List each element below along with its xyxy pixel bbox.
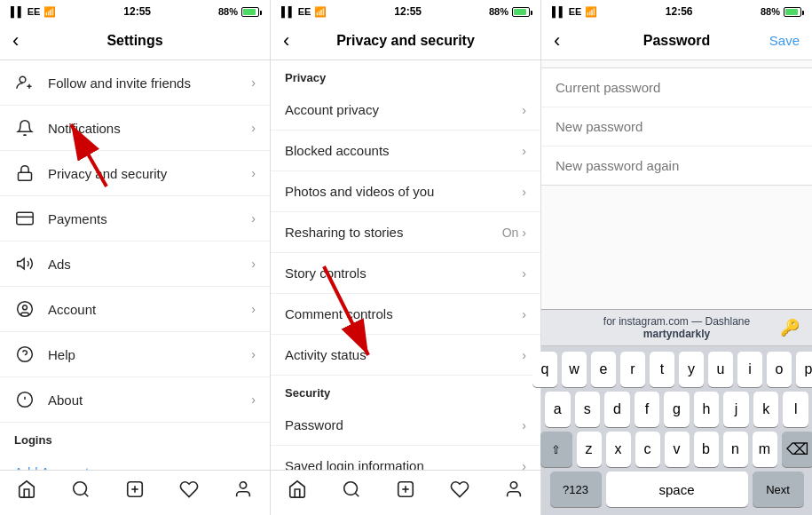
next-key[interactable]: Next	[753, 471, 804, 507]
privacy-item-photos[interactable]: Photos and videos of you ›	[271, 171, 540, 212]
key-h[interactable]: h	[694, 392, 720, 427]
key-b[interactable]: b	[694, 432, 719, 467]
key-t[interactable]: t	[650, 352, 674, 387]
password-fields	[541, 67, 812, 186]
svg-point-24	[510, 482, 516, 488]
account-privacy-label: Account privacy	[285, 102, 522, 117]
key-n[interactable]: n	[723, 432, 748, 467]
settings-item-add-account[interactable]: Add Account	[0, 452, 270, 470]
about-label: About	[48, 392, 251, 408]
blocked-label: Blocked accounts	[285, 143, 522, 158]
password-label: Password	[285, 417, 522, 432]
security-item-password[interactable]: Password ›	[271, 405, 540, 446]
nav-search-1[interactable]	[71, 479, 91, 504]
key-y[interactable]: y	[679, 352, 704, 387]
status-bar-1: ▌▌ EE 📶 12:55 88%	[0, 0, 270, 21]
time-1: 12:55	[123, 5, 151, 18]
back-button-2[interactable]: ‹	[283, 31, 289, 51]
nav-home-2[interactable]	[288, 479, 307, 504]
settings-item-account[interactable]: Account ›	[0, 287, 270, 332]
ads-icon	[14, 253, 35, 274]
key-p[interactable]: p	[796, 352, 812, 387]
svg-line-13	[84, 493, 88, 496]
logins-section-label: Logins	[0, 423, 270, 452]
new-password-again-field[interactable]	[541, 147, 812, 185]
settings-item-ads[interactable]: Ads ›	[0, 242, 270, 287]
key-g[interactable]: g	[664, 392, 690, 427]
new-password-input[interactable]	[556, 119, 798, 134]
numeric-key[interactable]: ?123	[550, 471, 602, 507]
bottom-nav-2	[271, 470, 540, 515]
photos-label: Photos and videos of you	[285, 184, 522, 199]
settings-item-notifications[interactable]: Notifications ›	[0, 106, 270, 151]
key-m[interactable]: m	[753, 432, 777, 467]
settings-item-payments[interactable]: Payments ›	[0, 196, 270, 242]
key-f[interactable]: f	[635, 392, 660, 427]
key-w[interactable]: w	[562, 352, 587, 387]
save-button[interactable]: Save	[769, 33, 800, 48]
key-k[interactable]: k	[753, 392, 779, 427]
notifications-chevron: ›	[251, 121, 256, 135]
shift-key[interactable]: ⇧	[540, 432, 572, 467]
privacy-item-blocked[interactable]: Blocked accounts ›	[271, 131, 540, 171]
key-i[interactable]: i	[737, 352, 762, 387]
key-x[interactable]: x	[606, 432, 631, 467]
svg-point-17	[240, 482, 246, 488]
current-password-field[interactable]	[541, 68, 812, 107]
key-d[interactable]: d	[604, 392, 630, 427]
current-password-input[interactable]	[556, 80, 798, 95]
nav-heart-1[interactable]	[179, 479, 199, 504]
key-z[interactable]: z	[577, 432, 602, 467]
nav-profile-2[interactable]	[504, 479, 524, 504]
back-button-1[interactable]: ‹	[12, 31, 19, 51]
ads-chevron: ›	[251, 257, 256, 271]
nav-profile-1[interactable]	[233, 479, 253, 504]
dashlane-bar[interactable]: for instagram.com — Dashlane martyndarkl…	[541, 310, 812, 346]
settings-item-about[interactable]: About ›	[0, 377, 270, 423]
nav-home-1[interactable]	[17, 479, 36, 504]
key-j[interactable]: j	[723, 392, 749, 427]
privacy-title: Privacy and security	[336, 33, 475, 49]
password-panel: ▌▌ EE 📶 12:56 88% ‹ Password Save	[541, 0, 812, 515]
security-item-saved[interactable]: Saved login information ›	[271, 446, 540, 470]
key-r[interactable]: r	[620, 352, 645, 387]
delete-key[interactable]: ⌫	[782, 432, 813, 467]
key-u[interactable]: u	[708, 352, 733, 387]
battery-pct-1: 88%	[218, 6, 238, 17]
key-s[interactable]: s	[575, 392, 601, 427]
new-password-field[interactable]	[541, 107, 812, 147]
privacy-section-label: Privacy	[271, 60, 540, 90]
key-l[interactable]: l	[783, 392, 808, 427]
privacy-header: ‹ Privacy and security	[271, 21, 540, 60]
follow-label: Follow and invite friends	[48, 75, 251, 91]
privacy-icon	[14, 162, 35, 184]
privacy-item-comment[interactable]: Comment controls ›	[271, 294, 540, 335]
key-c[interactable]: c	[635, 432, 660, 467]
notifications-icon	[14, 117, 35, 139]
key-v[interactable]: v	[665, 432, 690, 467]
settings-item-help[interactable]: Help ›	[0, 332, 270, 377]
nav-heart-2[interactable]	[450, 479, 469, 504]
svg-point-0	[20, 76, 26, 83]
comment-label: Comment controls	[285, 306, 522, 321]
new-password-again-input[interactable]	[556, 158, 798, 173]
security-section-label: Security	[271, 376, 540, 405]
nav-add-2[interactable]	[396, 479, 415, 504]
key-o[interactable]: o	[767, 352, 792, 387]
nav-search-2[interactable]	[342, 479, 361, 504]
privacy-item-account[interactable]: Account privacy ›	[271, 90, 540, 131]
space-key[interactable]: space	[606, 471, 748, 507]
notifications-label: Notifications	[48, 121, 251, 136]
key-e[interactable]: e	[591, 352, 616, 387]
nav-add-1[interactable]	[125, 479, 145, 504]
privacy-item-activity[interactable]: Activity status ›	[271, 335, 540, 376]
key-q[interactable]: q	[532, 352, 557, 387]
settings-item-privacy[interactable]: Privacy and security ›	[0, 151, 270, 196]
privacy-chevron: ›	[251, 166, 256, 180]
key-a[interactable]: a	[545, 392, 571, 427]
settings-item-follow[interactable]: Follow and invite friends ›	[0, 60, 270, 106]
privacy-item-resharing[interactable]: Resharing to stories On ›	[271, 212, 540, 253]
privacy-item-story[interactable]: Story controls ›	[271, 253, 540, 294]
back-button-3[interactable]: ‹	[554, 31, 560, 51]
password-panel-wrapper: ▌▌ EE 📶 12:56 88% ‹ Password Save	[541, 0, 812, 515]
